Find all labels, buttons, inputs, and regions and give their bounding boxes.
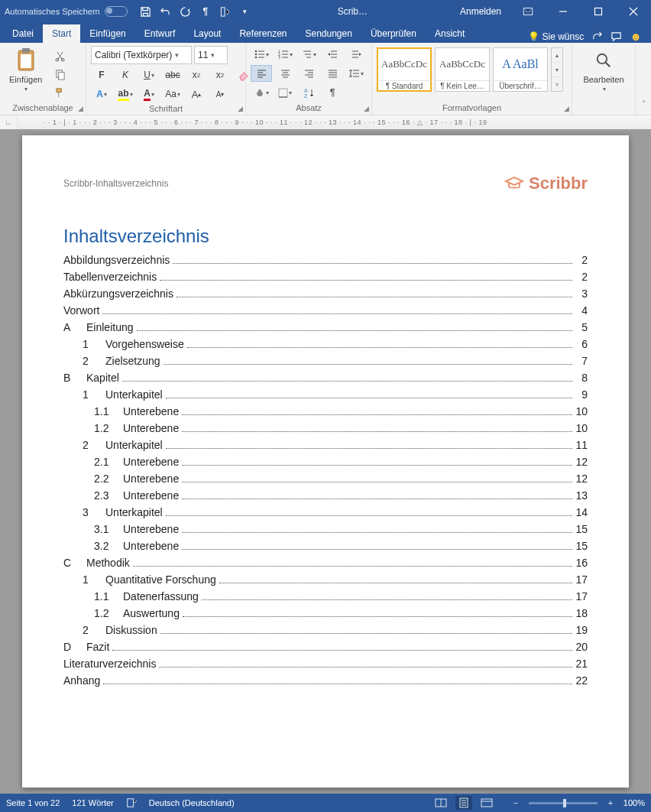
toc-entry[interactable]: BKapitel 8	[63, 369, 588, 386]
font-name-combo[interactable]: Calibri (Textkörper)▾	[91, 46, 192, 64]
toc-entry[interactable]: AEinleitung 5	[63, 319, 588, 336]
change-case-button[interactable]: Aa▾	[162, 86, 183, 102]
page-count[interactable]: Seite 1 von 22	[6, 798, 60, 807]
toc-entry[interactable]: 1Quantitative Forschung 17	[63, 571, 588, 588]
tab-layout[interactable]: Layout	[184, 24, 230, 43]
signin-button[interactable]: Anmelden	[451, 0, 510, 23]
format-painter-button[interactable]	[49, 84, 70, 101]
bold-button[interactable]: F	[91, 67, 112, 83]
language-indicator[interactable]: Deutsch (Deutschland)	[149, 798, 235, 807]
highlight-button[interactable]: ab▾	[115, 86, 136, 102]
qat-more-button[interactable]: ▾	[236, 2, 254, 21]
toc-entry[interactable]: 3.2Unterebene 15	[63, 538, 588, 554]
toc-entry[interactable]: 1Vorgehensweise 6	[63, 336, 588, 352]
minimize-button[interactable]	[546, 0, 581, 23]
font-color-button[interactable]: A▾	[138, 86, 160, 102]
superscript-button[interactable]: x2	[209, 67, 231, 83]
subscript-button[interactable]: x2	[186, 67, 207, 83]
toc-entry[interactable]: 1.1Unterebene 10	[63, 403, 588, 420]
toc-entry[interactable]: Abbildungsverzeichnis 2	[63, 252, 588, 268]
ribbon-display-button[interactable]	[510, 0, 546, 23]
close-button[interactable]	[616, 0, 651, 23]
toc-entry[interactable]: 3Unterkapitel 14	[63, 504, 588, 521]
editing-button[interactable]: Bearbeiten ▾	[577, 46, 630, 94]
font-size-combo[interactable]: 11▾	[194, 46, 228, 64]
strikethrough-button[interactable]: abc	[162, 67, 183, 83]
numbering-button[interactable]: 123▾	[274, 46, 296, 63]
toc-entry[interactable]: 3.1Unterebene 15	[63, 521, 588, 538]
align-center-button[interactable]	[274, 65, 296, 82]
tell-me-button[interactable]: 💡Sie wünsc	[528, 31, 585, 42]
borders-button[interactable]: ▾	[274, 84, 296, 101]
share-button[interactable]	[591, 31, 603, 42]
comments-button[interactable]	[611, 31, 622, 42]
shading-button[interactable]: ▾	[251, 84, 272, 101]
zoom-out-button[interactable]: −	[507, 796, 524, 810]
document-area[interactable]: Scribbr-Inhaltsverzeichnis Scribbr Inhal…	[0, 129, 651, 794]
zoom-slider[interactable]	[529, 802, 598, 804]
toc-entry[interactable]: 1Unterkapitel 9	[63, 386, 588, 403]
toc-entry[interactable]: 2.1Unterebene 12	[63, 453, 588, 470]
style-standard[interactable]: AaBbCcDc¶ Standard	[377, 47, 432, 92]
toc-entry[interactable]: Tabellenverzeichnis 2	[63, 268, 588, 285]
smiley-button[interactable]: ☻	[630, 30, 642, 43]
tab-einfuegen[interactable]: Einfügen	[80, 24, 134, 43]
tab-selector-icon[interactable]: ∟	[0, 115, 18, 129]
increase-indent-button[interactable]	[345, 46, 367, 63]
tab-sendungen[interactable]: Sendungen	[296, 24, 361, 43]
tab-ansicht[interactable]: Ansicht	[426, 24, 474, 43]
paste-button[interactable]: Einfügen ▾	[5, 46, 47, 94]
toc-entry[interactable]: Anhang 22	[63, 672, 588, 689]
ruler[interactable]: ∟ · · 1 · | · 1 · · · 2 · · · 3 · · · 4 …	[0, 115, 651, 129]
word-count[interactable]: 121 Wörter	[72, 798, 113, 807]
dialog-launcher-icon[interactable]: ◢	[364, 105, 369, 112]
style-kein-leerraum[interactable]: AaBbCcDc¶ Kein Lee…	[435, 47, 490, 92]
tab-referenzen[interactable]: Referenzen	[230, 24, 296, 43]
line-spacing-button[interactable]: ▾	[345, 65, 367, 82]
copy-button[interactable]	[49, 66, 70, 83]
print-layout-button[interactable]	[455, 796, 472, 810]
spellcheck-button[interactable]	[126, 797, 137, 808]
maximize-button[interactable]	[581, 0, 616, 23]
align-left-button[interactable]	[251, 65, 272, 82]
zoom-in-button[interactable]: +	[602, 796, 619, 810]
style-ueberschrift[interactable]: A AaBlÜberschrif…	[493, 47, 548, 92]
toc-entry[interactable]: 1.1Datenerfassung 17	[63, 588, 588, 605]
autosave-toggle[interactable]: Automatisches Speichern	[5, 6, 128, 17]
sort-button[interactable]: AZ	[298, 84, 319, 101]
multilevel-list-button[interactable]: ▾	[298, 46, 319, 63]
toc-entry[interactable]: DFazit 20	[63, 638, 588, 655]
grow-font-button[interactable]: A▴	[186, 86, 207, 102]
italic-button[interactable]: K	[115, 67, 136, 83]
style-gallery-scroll[interactable]: ▴▾▿	[551, 47, 563, 92]
redo-button[interactable]	[177, 2, 195, 21]
bullets-button[interactable]: ▾	[251, 46, 272, 63]
undo-button[interactable]	[157, 2, 175, 21]
show-paragraph-marks-button[interactable]: ¶	[322, 84, 343, 101]
dialog-launcher-icon[interactable]: ◢	[564, 105, 569, 112]
tab-datei[interactable]: Datei	[3, 24, 43, 43]
web-layout-button[interactable]	[478, 796, 495, 810]
shrink-font-button[interactable]: A▾	[209, 86, 231, 102]
toc-entry[interactable]: 1.2Auswertung 18	[63, 605, 588, 622]
toc-entry[interactable]: Abkürzungsverzeichnis 3	[63, 285, 588, 302]
toc-entry[interactable]: Literaturverzeichnis 21	[63, 655, 588, 672]
paragraph-marks-button[interactable]: ¶	[196, 2, 215, 21]
tab-start[interactable]: Start	[43, 24, 80, 43]
tab-ueberpruefen[interactable]: Überprüfen	[361, 24, 426, 43]
toc-entry[interactable]: 1.2Unterebene 10	[63, 420, 588, 437]
toc-entry[interactable]: 2Unterkapitel 11	[63, 437, 588, 453]
touch-mode-button[interactable]	[216, 2, 235, 21]
toc-entry[interactable]: CMethodik 16	[63, 554, 588, 571]
page[interactable]: Scribbr-Inhaltsverzeichnis Scribbr Inhal…	[22, 135, 629, 788]
toc-entry[interactable]: 2Zielsetzung 7	[63, 352, 588, 369]
decrease-indent-button[interactable]	[322, 46, 343, 63]
toc-entry[interactable]: 2.3Unterebene 13	[63, 487, 588, 504]
toc-entry[interactable]: Vorwort 4	[63, 302, 588, 319]
zoom-level[interactable]: 100%	[623, 798, 645, 807]
cut-button[interactable]	[49, 47, 70, 64]
tab-entwurf[interactable]: Entwurf	[135, 24, 185, 43]
toc-entry[interactable]: 2.2Unterebene 12	[63, 470, 588, 487]
dialog-launcher-icon[interactable]: ◢	[238, 105, 243, 112]
toc-entry[interactable]: 2Diskussion 19	[63, 622, 588, 638]
